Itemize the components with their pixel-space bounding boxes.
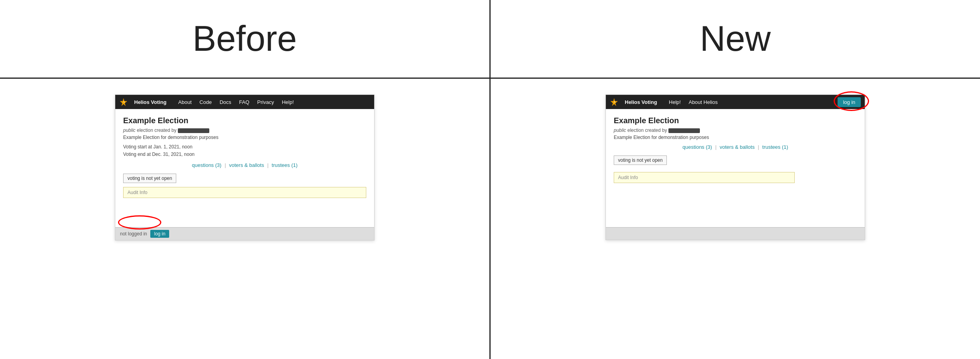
- before-browser-wrapper: Helios Voting About Code Docs FAQ Privac…: [115, 94, 375, 241]
- new-brand-name[interactable]: Helios Voting: [621, 96, 661, 108]
- before-panel: Helios Voting About Code Docs FAQ Privac…: [0, 79, 491, 359]
- before-meta-public: public: [123, 128, 135, 133]
- before-election-dates: Voting start at Jan. 1, 2021, noon Votin…: [123, 143, 366, 158]
- new-sep1: |: [715, 144, 716, 150]
- before-nav-about[interactable]: About: [174, 96, 196, 108]
- before-redacted-creator: [178, 128, 209, 133]
- main-panels: Helios Voting About Code Docs FAQ Privac…: [0, 79, 980, 359]
- before-date2: Voting end at Dec. 31, 2021, noon: [123, 151, 366, 158]
- before-nav-help[interactable]: Help!: [278, 96, 297, 108]
- new-browser-wrapper: Helios Voting Help! About Helios log in …: [605, 94, 865, 240]
- new-meta-prefix: election created by: [627, 128, 668, 133]
- new-link-voters[interactable]: voters & ballots: [720, 144, 755, 150]
- comparison-header: Before New: [0, 0, 980, 79]
- new-navbar-right: log in: [838, 97, 861, 107]
- before-label: Before: [0, 0, 491, 78]
- new-browser: Helios Voting Help! About Helios log in …: [605, 94, 865, 240]
- before-election-title: Example Election: [123, 116, 366, 125]
- new-voting-status: voting is not yet open: [614, 155, 667, 165]
- new-link-trustees[interactable]: trustees (1): [762, 144, 788, 150]
- before-footer: not logged in log in: [115, 227, 374, 240]
- new-link-questions[interactable]: questions (3): [683, 144, 712, 150]
- before-date1: Voting start at Jan. 1, 2021, noon: [123, 143, 366, 151]
- before-sep1: |: [225, 162, 226, 168]
- new-brand: Helios Voting: [610, 96, 661, 108]
- new-navbar: Helios Voting Help! About Helios log in: [606, 95, 865, 109]
- svg-marker-0: [120, 98, 127, 106]
- new-label: New: [491, 0, 980, 78]
- before-election-links: questions (3) | voters & ballots | trust…: [123, 162, 366, 168]
- before-browser: Helios Voting About Code Docs FAQ Privac…: [115, 94, 375, 241]
- before-nav-code[interactable]: Code: [196, 96, 216, 108]
- new-login-button[interactable]: log in: [838, 97, 861, 107]
- helios-logo-icon: [119, 98, 128, 106]
- before-page-content: Example Election public election created…: [115, 109, 374, 227]
- before-sep2: |: [267, 162, 268, 168]
- before-nav-privacy[interactable]: Privacy: [253, 96, 278, 108]
- new-election-desc: Example Election for demonstration purpo…: [614, 135, 857, 140]
- before-link-questions[interactable]: questions (3): [192, 162, 221, 168]
- before-voting-status: voting is not yet open: [123, 174, 176, 183]
- before-audit-box[interactable]: Audit Info: [123, 187, 366, 198]
- new-redacted-creator: [668, 128, 700, 133]
- new-nav-about-helios[interactable]: About Helios: [685, 96, 722, 108]
- new-meta-public: public: [614, 128, 626, 133]
- new-audit-box[interactable]: Audit Info: [614, 172, 795, 183]
- svg-marker-1: [611, 98, 618, 106]
- before-nav-faq[interactable]: FAQ: [235, 96, 253, 108]
- before-brand-name[interactable]: Helios Voting: [130, 96, 170, 108]
- before-login-button[interactable]: log in: [150, 230, 170, 238]
- new-election-title: Example Election: [614, 116, 857, 125]
- new-nav-help[interactable]: Help!: [665, 96, 685, 108]
- before-election-meta: public election created by: [123, 128, 366, 133]
- new-footer: [606, 227, 865, 240]
- before-navbar: Helios Voting About Code Docs FAQ Privac…: [115, 95, 374, 109]
- new-election-links: questions (3) | voters & ballots | trust…: [614, 144, 857, 150]
- new-helios-logo-icon: [610, 98, 618, 106]
- new-election-meta: public election created by: [614, 128, 857, 133]
- before-link-voters[interactable]: voters & ballots: [229, 162, 264, 168]
- before-link-trustees[interactable]: trustees (1): [272, 162, 298, 168]
- new-sep2: |: [758, 144, 759, 150]
- before-nav-docs[interactable]: Docs: [216, 96, 235, 108]
- before-brand: Helios Voting: [119, 96, 170, 108]
- new-panel: Helios Voting Help! About Helios log in …: [491, 79, 980, 359]
- before-election-desc: Example Election for demonstration purpo…: [123, 135, 366, 140]
- new-page-content: Example Election public election created…: [606, 109, 865, 227]
- before-not-logged-in: not logged in: [120, 231, 147, 237]
- before-meta-prefix: election created by: [137, 128, 178, 133]
